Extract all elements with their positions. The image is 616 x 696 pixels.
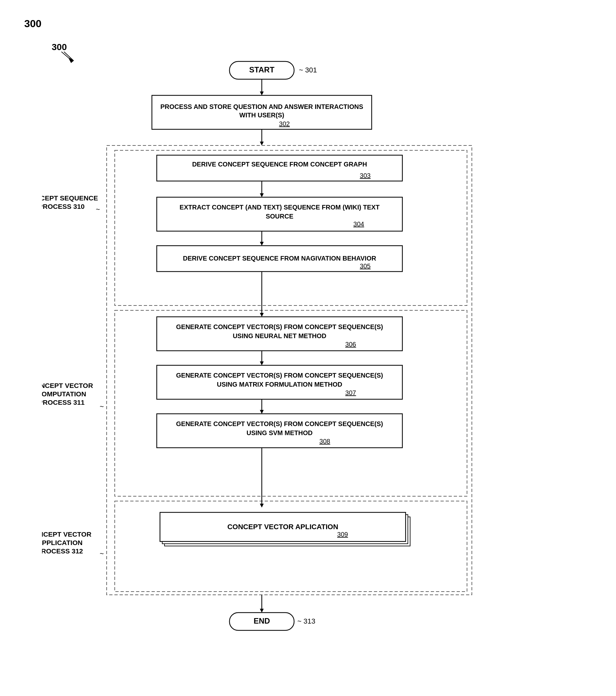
svg-marker-15 [260,242,264,246]
end-label: END [254,616,270,625]
ref-305: 305 [360,263,370,270]
box308-line1: GENERATE CONCEPT VECTOR(S) FROM CONCEPT … [176,420,383,427]
svg-marker-12 [260,193,264,197]
box303-text: DERIVE CONCEPT SEQUENCE FROM CONCEPT GRA… [192,161,367,168]
flowchart-svg: START ~ 301 PROCESS AND STORE QUESTION A… [42,32,575,663]
svg-marker-25 [260,410,264,414]
group310-label-line1: CONCEPT SEQUENCE [42,194,98,202]
ref-301: ~ 301 [299,66,317,74]
svg-marker-7 [260,142,264,145]
fig-300-label: 300 [52,42,67,52]
svg-marker-4 [260,92,264,95]
svg-marker-34 [260,609,264,613]
ref-313: ~ 313 [297,617,315,625]
group310-label-line2: PROCESS 310 [42,203,85,210]
box302-line1: PROCESS AND STORE QUESTION AND ANSWER IN… [160,103,363,110]
start-label: START [249,65,275,74]
group311-arrow: ~ [100,402,104,411]
box304-line2: SOURCE [266,213,293,220]
figure-label: 300 [24,18,42,30]
box305-text: DERIVE CONCEPT SEQUENCE FROM NAGIVATION … [183,255,376,262]
group312-arrow: ~ [100,550,104,558]
box304-line1: EXTRACT CONCEPT (AND TEXT) SEQUENCE FROM… [180,204,380,211]
box306-line2: USING NEURAL NET METHOD [233,332,326,339]
group312-label-line1: CONCEPT VECTOR [42,531,92,538]
group310-arrow: ~ [96,205,100,213]
group312-label-line3: PROCESS 312 [42,547,83,555]
page-container: 300 START ~ 301 PROCESS AND STORE QUESTI… [0,0,616,696]
box307-line1: GENERATE CONCEPT VECTOR(S) FROM CONCEPT … [176,372,383,379]
ref-304: 304 [353,220,364,227]
svg-line-36 [64,52,74,61]
svg-marker-29 [260,504,264,508]
ref-308: 308 [319,438,330,445]
group312-label-line2: APPLICATION [42,539,82,546]
ref-309: 309 [337,531,348,538]
box307-line2: USING MATRIX FORMULATION METHOD [217,381,342,388]
group311-label-line1: CONCEPT VECTOR [42,382,93,389]
box309-text: CONCEPT VECTOR APLICATION [227,523,338,531]
ref-307: 307 [345,389,356,396]
ref-303: 303 [360,172,370,179]
ref-302: 302 [279,120,290,127]
box306-line1: GENERATE CONCEPT VECTOR(S) FROM CONCEPT … [176,323,383,330]
group311-label-line2: COMPUTATION [42,390,86,398]
box308-line2: USING SVM METHOD [247,429,312,437]
svg-marker-22 [260,361,264,365]
ref-306: 306 [345,341,356,348]
box302-line2: WITH USER(S) [240,112,285,118]
group311-label-line3: PROCESS 311 [42,399,85,406]
svg-marker-19 [260,313,264,317]
